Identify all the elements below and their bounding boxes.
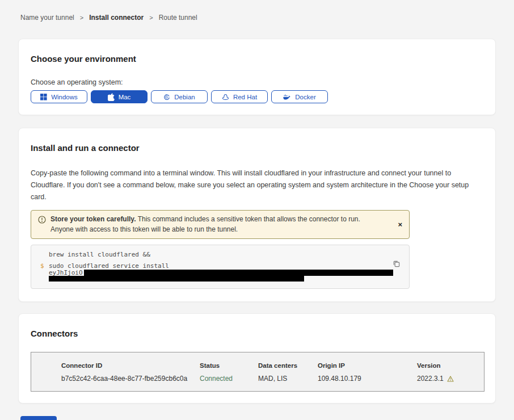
breadcrumb-route-tunnel[interactable]: Route tunnel <box>159 14 197 22</box>
warning-icon <box>447 376 454 382</box>
column-header-status: Status <box>200 362 258 369</box>
info-icon <box>38 216 46 227</box>
data-centers-value: MAD, LIS <box>258 375 318 383</box>
connectors-card: Connectors Connector ID Status Data cent… <box>18 313 496 404</box>
os-button-docker[interactable]: Docker <box>271 90 328 103</box>
code-line-brew: brew install cloudflared && <box>40 251 400 258</box>
environment-card: Choose your environment Choose an operat… <box>18 39 496 115</box>
breadcrumb-install-connector[interactable]: Install connector <box>89 14 144 22</box>
code-line-sudo: sudo cloudflared service install <box>49 263 393 270</box>
code-command: $ sudo cloudflared service install eyJhI… <box>40 263 400 282</box>
os-button-mac[interactable]: Mac <box>91 90 148 103</box>
breadcrumb-separator: > <box>80 14 83 21</box>
install-command-codeblock[interactable]: brew install cloudflared && $ sudo cloud… <box>31 245 410 289</box>
token-line <box>49 276 393 282</box>
redacted-token-bar <box>49 276 304 282</box>
os-button-label: Red Hat <box>233 94 257 100</box>
os-button-debian[interactable]: Debian <box>151 90 208 103</box>
os-button-group: Windows Mac Debian Red Hat Docker <box>31 90 483 103</box>
connector-id-value: b7c52c42-6caa-48ee-8c77-fbe259cb6c0a <box>61 375 200 383</box>
version-cell: 2022.3.1 <box>417 375 484 383</box>
os-button-redhat[interactable]: Red Hat <box>211 90 268 103</box>
version-value: 2022.3.1 <box>417 375 444 383</box>
column-header-origin-ip: Origin IP <box>318 362 417 369</box>
table-header-row: Connector ID Status Data centers Origin … <box>61 362 484 369</box>
redacted-token-bar <box>84 270 393 276</box>
docker-icon <box>283 94 291 100</box>
breadcrumb: Name your tunnel > Install connector > R… <box>0 0 514 22</box>
shell-prompt: $ <box>40 263 49 282</box>
close-icon[interactable]: × <box>398 221 402 228</box>
connectors-table: Connector ID Status Data centers Origin … <box>31 352 484 392</box>
windows-icon <box>40 94 47 100</box>
table-row: b7c52c42-6caa-48ee-8c77-fbe259cb6c0a Con… <box>61 375 484 383</box>
column-header-version: Version <box>417 362 484 369</box>
environment-card-title: Choose your environment <box>31 54 483 64</box>
os-button-windows[interactable]: Windows <box>31 90 87 103</box>
os-button-label: Debian <box>174 94 195 100</box>
code-body: sudo cloudflared service install eyJhIjo… <box>49 263 393 282</box>
column-header-data-centers: Data centers <box>258 362 318 369</box>
install-card: Install and run a connector Copy-paste t… <box>18 128 496 302</box>
copy-icon[interactable] <box>393 260 400 269</box>
alert-title: Store your token carefully. <box>50 215 136 223</box>
apple-icon <box>108 93 115 101</box>
breadcrumb-name-your-tunnel[interactable]: Name your tunnel <box>20 14 74 22</box>
os-button-label: Windows <box>51 94 78 100</box>
connectors-card-title: Connectors <box>31 329 483 338</box>
status-badge: Connected <box>200 375 258 383</box>
os-button-label: Mac <box>119 94 131 100</box>
origin-ip-value: 109.48.10.179 <box>318 375 417 383</box>
install-description: Copy-paste the following command into a … <box>31 167 483 203</box>
alert-text: Store your token carefully. This command… <box>50 215 393 234</box>
redhat-icon <box>222 94 229 100</box>
breadcrumb-separator: > <box>149 14 153 21</box>
os-button-label: Docker <box>295 94 315 100</box>
next-button[interactable]: Next <box>20 416 57 420</box>
token-warning-alert: Store your token carefully. This command… <box>31 210 410 239</box>
os-select-label: Choose an operating system: <box>31 78 483 87</box>
token-line: eyJhIjoiO <box>49 270 393 276</box>
column-header-connector-id: Connector ID <box>61 362 200 369</box>
install-card-title: Install and run a connector <box>31 143 483 153</box>
debian-icon <box>163 94 170 100</box>
